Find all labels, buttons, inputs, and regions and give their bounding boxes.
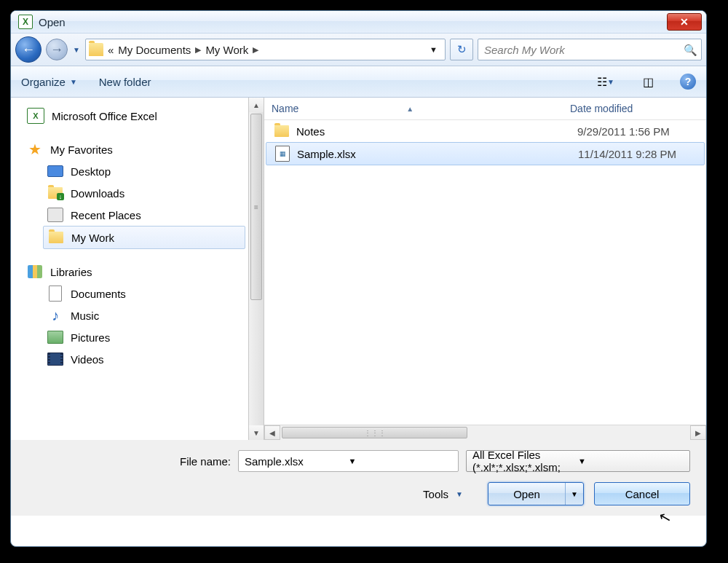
breadcrumb-item[interactable]: My Work (205, 44, 248, 56)
sidebar-group-libraries[interactable]: Libraries (23, 261, 245, 283)
sidebar-item-pictures[interactable]: Pictures (43, 326, 245, 348)
open-button[interactable]: Open ▼ (488, 482, 584, 505)
file-row-xlsx[interactable]: ▦ Sample.xlsx 11/14/2011 9:28 PM (266, 142, 705, 165)
excel-icon: X (27, 108, 44, 124)
sidebar-item-recent[interactable]: Recent Places (43, 204, 245, 226)
star-icon: ★ (27, 142, 43, 157)
filename-input[interactable]: Sample.xlsx ▼ (238, 450, 459, 472)
sidebar-group-favorites[interactable]: ★ My Favorites (23, 138, 245, 160)
breadcrumb[interactable]: « My Documents ▶ My Work ▶ (108, 44, 258, 56)
file-type-filter[interactable]: All Excel Files (*.xl*;*.xlsx;*.xlsm; ▼ (466, 450, 690, 472)
back-button[interactable]: ← (15, 36, 41, 63)
scroll-right-button[interactable]: ▶ (690, 425, 706, 440)
recent-icon (47, 208, 63, 222)
filename-label: File name: (27, 455, 231, 468)
address-dropdown[interactable]: ▼ (425, 45, 442, 54)
view-options-button[interactable]: ☷ ▼ (596, 72, 616, 91)
open-dialog: X Open ✕ ← → ▼ « My Documents ▶ My Work … (10, 10, 707, 547)
chevron-down-icon: ▼ (70, 78, 77, 86)
file-list: Name ▲ Date modified Notes 9/29/2011 1:5… (264, 98, 706, 440)
titlebar[interactable]: X Open ✕ (11, 11, 706, 34)
music-icon: ♪ (47, 308, 63, 323)
horizontal-scrollbar[interactable]: ◀ ⋮⋮⋮ ▶ (264, 425, 706, 440)
refresh-button[interactable]: ↻ (450, 39, 473, 60)
column-headers[interactable]: Name ▲ Date modified (264, 98, 706, 120)
scroll-up-button[interactable]: ▲ (249, 98, 264, 112)
breadcrumb-item[interactable]: My Documents (118, 44, 191, 56)
search-input[interactable]: Search My Work 🔍 (478, 39, 702, 60)
navigation-pane: X Microsoft Office Excel ★ My Favorites … (11, 98, 248, 440)
scroll-down-button[interactable]: ▼ (249, 425, 264, 440)
scroll-thumb[interactable]: ≡ (250, 114, 262, 300)
sidebar-item-music[interactable]: ♪ Music (43, 304, 245, 326)
chevron-down-icon: ▼ (578, 457, 684, 465)
search-placeholder: Search My Work (484, 44, 684, 56)
forward-button[interactable]: → (46, 39, 68, 60)
help-button[interactable]: ? (680, 74, 696, 90)
scroll-left-button[interactable]: ◀ (264, 425, 280, 440)
column-name[interactable]: Name ▲ (264, 103, 563, 114)
downloads-icon (48, 187, 63, 199)
search-icon[interactable]: 🔍 (684, 44, 695, 55)
open-split-dropdown[interactable]: ▼ (565, 483, 583, 505)
pictures-icon (47, 331, 63, 344)
xlsx-icon: ▦ (275, 146, 290, 162)
new-folder-button[interactable]: New folder (99, 76, 151, 88)
address-bar[interactable]: « My Documents ▶ My Work ▶ ▼ (85, 39, 446, 60)
history-dropdown[interactable]: ▼ (72, 46, 81, 54)
cancel-button[interactable]: Cancel (594, 482, 690, 505)
folder-icon (89, 43, 103, 56)
dialog-footer: File name: Sample.xlsx ▼ All Excel Files… (11, 440, 706, 516)
document-icon (49, 286, 62, 302)
navigation-bar: ← → ▼ « My Documents ▶ My Work ▶ ▼ ↻ Sea… (11, 34, 706, 66)
organize-button[interactable]: Organize ▼ (21, 76, 77, 88)
chevron-right-icon[interactable]: ▶ (195, 45, 201, 55)
sidebar-scrollbar[interactable]: ▲ ≡ ▼ (248, 98, 264, 440)
sidebar-item-videos[interactable]: Videos (43, 348, 245, 370)
sidebar-item-desktop[interactable]: Desktop (43, 160, 245, 182)
folder-icon (274, 125, 289, 137)
videos-icon (47, 353, 63, 366)
sidebar-item-downloads[interactable]: Downloads (43, 182, 245, 204)
close-button[interactable]: ✕ (667, 13, 702, 31)
folder-icon (49, 232, 63, 243)
column-date[interactable]: Date modified (563, 103, 706, 114)
sidebar-item-documents[interactable]: Documents (43, 283, 245, 304)
libraries-icon (28, 265, 42, 278)
sidebar-item-excel[interactable]: X Microsoft Office Excel (23, 105, 245, 127)
sort-ascending-icon: ▲ (406, 105, 414, 113)
preview-pane-button[interactable]: ◫ (638, 72, 658, 91)
breadcrumb-prefix: « (108, 44, 114, 56)
toolbar: Organize ▼ New folder ☷ ▼ ◫ ? (11, 66, 706, 98)
chevron-right-icon[interactable]: ▶ (253, 45, 258, 55)
desktop-icon (47, 165, 63, 177)
chevron-down-icon: ▼ (456, 490, 463, 498)
scroll-thumb[interactable]: ⋮⋮⋮ (282, 427, 467, 438)
file-row-folder[interactable]: Notes 9/29/2011 1:56 PM (264, 120, 706, 142)
window-title: Open (39, 16, 667, 28)
tools-button[interactable]: Tools ▼ (423, 488, 463, 500)
sidebar-item-mywork[interactable]: My Work (43, 226, 245, 249)
chevron-down-icon[interactable]: ▼ (349, 457, 453, 465)
excel-icon: X (18, 15, 33, 29)
